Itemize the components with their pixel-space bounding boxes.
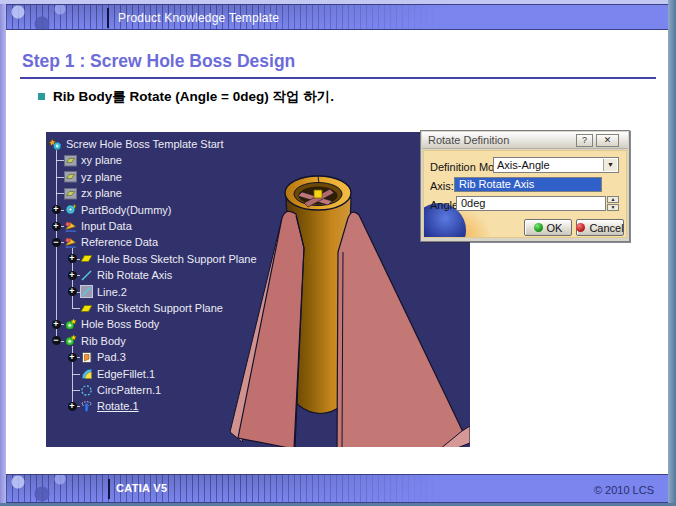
page-title: Step 1 : Screw Hole Boss Design (22, 51, 295, 72)
fillet-icon (80, 367, 93, 380)
axis-field[interactable]: Rib Rotate Axis (454, 177, 602, 192)
plane-gray-icon (64, 154, 77, 167)
tree-item-screw-hole-boss-template-start[interactable]: Screw Hole Boss Template Start (46, 136, 224, 152)
tree-item-zx-plane[interactable]: zx plane (46, 185, 122, 201)
tree-item-label: EdgeFillet.1 (97, 368, 155, 380)
slide-border-right (668, 0, 676, 506)
tree-connector-stub (72, 308, 80, 309)
partbody-icon (64, 203, 77, 216)
tree-item-label: Rib Sketch Support Plane (97, 302, 223, 314)
feature-tree: Screw Hole Boss Template Startxy planeyz… (46, 132, 470, 447)
definition-mode-dropdown[interactable]: Axis-Angle ▼ (493, 157, 619, 173)
footer-separator-line (108, 479, 110, 499)
header-bar: Product Knowledge Template (6, 4, 668, 30)
collapse-minus-icon[interactable]: − (52, 336, 61, 345)
tree-item-pad-3[interactable]: +Pad.3 (46, 349, 126, 365)
bullet-square-icon (38, 93, 45, 100)
line-selected-icon (80, 285, 93, 298)
ok-green-ball-icon (534, 223, 543, 232)
cancel-button-label: Cancel (589, 222, 623, 234)
tree-item-input-data[interactable]: +Input Data (46, 218, 132, 234)
tree-item-label: PartBody(Dummy) (81, 204, 171, 216)
tree-item-yz-plane[interactable]: yz plane (46, 169, 122, 185)
tree-item-line-2[interactable]: +Line.2 (46, 284, 127, 300)
tree-item-rotate-1[interactable]: +Rotate.1 (46, 398, 139, 414)
tree-item-edgefillet-1[interactable]: EdgeFillet.1 (46, 366, 155, 382)
angle-field[interactable]: 0deg (456, 196, 606, 211)
spinner-down-icon[interactable]: ▼ (607, 204, 619, 211)
header-title: Product Knowledge Template (118, 11, 279, 25)
tree-item-hole-boss-sketch-support-plane[interactable]: +Hole Boss Sketch Support Plane (46, 251, 257, 267)
pad-icon (80, 351, 93, 364)
expand-plus-icon[interactable]: + (52, 320, 61, 329)
body-gear-icon (64, 318, 77, 331)
axis-line-icon (80, 269, 93, 282)
help-button[interactable]: ? (576, 134, 593, 147)
expand-plus-icon[interactable]: + (52, 205, 61, 214)
tree-item-label: Rib Body (81, 335, 126, 347)
tree-item-label: Rib Rotate Axis (97, 269, 172, 281)
catia-3d-viewport: Screw Hole Boss Template Startxy planeyz… (46, 132, 470, 447)
bullet-text: Rib Body를 Rotate (Angle = 0deg) 작업 하기. (53, 88, 334, 106)
tree-item-label: Hole Boss Sketch Support Plane (97, 253, 257, 265)
slide-border-left (0, 4, 6, 503)
circpattern-icon (80, 384, 93, 397)
tree-item-label: Screw Hole Boss Template Start (66, 138, 224, 150)
angle-spinner[interactable]: ▲ ▼ (607, 196, 619, 211)
tree-connector-stub (56, 177, 64, 178)
tree-item-label: Reference Data (81, 236, 158, 248)
expand-plus-icon[interactable]: + (68, 254, 77, 263)
rotate-definition-dialog: Rotate Definition ? ✕ Definition Mode: A… (420, 130, 630, 242)
tree-connector-stub (56, 160, 64, 161)
plane-yellow-icon (80, 252, 93, 265)
tree-item-label: Line.2 (97, 286, 127, 298)
expand-plus-icon[interactable]: + (68, 402, 77, 411)
tree-item-label: Input Data (81, 220, 132, 232)
footer-copyright: © 2010 LCS (594, 484, 654, 496)
tree-connector-stub (72, 390, 80, 391)
tree-item-label: Pad.3 (97, 351, 126, 363)
cancel-red-ball-icon (576, 223, 585, 232)
footer-product-name: CATIA V5 (116, 482, 167, 494)
title-underline (20, 77, 656, 79)
expand-plus-icon[interactable]: + (68, 353, 77, 362)
spinner-up-icon[interactable]: ▲ (607, 196, 619, 203)
tree-item-rib-body[interactable]: −Rib Body (46, 333, 126, 349)
tree-item-rib-sketch-support-plane[interactable]: Rib Sketch Support Plane (46, 300, 223, 316)
tree-item-label: xy plane (81, 154, 122, 166)
footer-bar: CATIA V5 © 2010 LCS (6, 474, 668, 503)
collapse-minus-icon[interactable]: − (52, 238, 61, 247)
tree-item-reference-data[interactable]: −Reference Data (46, 234, 158, 250)
expand-plus-icon[interactable]: + (68, 271, 77, 280)
part-icon (49, 138, 62, 151)
body-gear-icon (64, 334, 77, 347)
tree-item-label: Rotate.1 (97, 400, 139, 412)
rotate-icon (80, 400, 93, 413)
dialog-title: Rotate Definition (428, 134, 509, 146)
tree-item-hole-boss-body[interactable]: +Hole Boss Body (46, 316, 159, 332)
tree-item-label: Hole Boss Body (81, 318, 159, 330)
dataset-icon (64, 220, 77, 233)
tree-item-label: yz plane (81, 171, 122, 183)
tree-item-label: CircPattern.1 (97, 384, 161, 396)
tree-item-circpattern-1[interactable]: CircPattern.1 (46, 382, 161, 398)
bullet-item: Rib Body를 Rotate (Angle = 0deg) 작업 하기. (38, 88, 334, 106)
axis-label: Axis: (430, 180, 454, 192)
plane-gray-icon (64, 170, 77, 183)
plane-gray-icon (64, 187, 77, 200)
plane-yellow-icon (80, 302, 93, 315)
ok-button[interactable]: OK (524, 219, 572, 236)
expand-plus-icon[interactable]: + (52, 222, 61, 231)
tree-item-partbody-dummy[interactable]: +PartBody(Dummy) (46, 202, 171, 218)
dropdown-arrow-icon[interactable]: ▼ (603, 159, 617, 171)
close-icon[interactable]: ✕ (596, 134, 619, 147)
tree-item-rib-rotate-axis[interactable]: +Rib Rotate Axis (46, 267, 172, 283)
cancel-button[interactable]: Cancel (576, 219, 624, 236)
header-separator-line (107, 8, 109, 28)
tree-item-label: zx plane (81, 187, 122, 199)
tree-connector-stub (72, 374, 80, 375)
tree-item-xy-plane[interactable]: xy plane (46, 152, 122, 168)
definition-mode-value: Axis-Angle (497, 159, 550, 171)
tree-connector-stub (56, 193, 64, 194)
expand-plus-icon[interactable]: + (68, 287, 77, 296)
